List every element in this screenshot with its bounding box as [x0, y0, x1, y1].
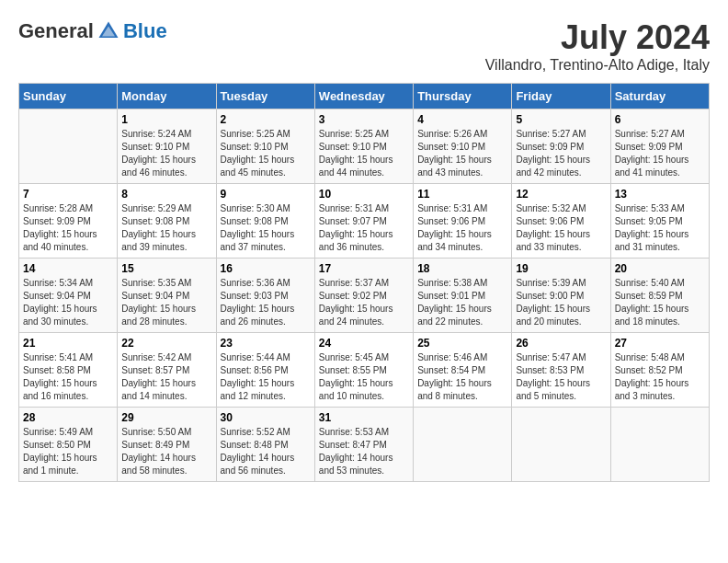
day-info: Sunrise: 5:27 AM Sunset: 9:09 PM Dayligh…	[516, 128, 606, 179]
day-info: Sunrise: 5:40 AM Sunset: 8:59 PM Dayligh…	[615, 277, 705, 328]
day-number: 13	[615, 188, 705, 201]
day-number: 21	[23, 337, 113, 350]
day-number: 28	[23, 411, 113, 424]
logo: General Blue	[18, 18, 167, 44]
day-cell: 1Sunrise: 5:24 AM Sunset: 9:10 PM Daylig…	[118, 109, 216, 184]
day-number: 4	[417, 113, 507, 126]
day-info: Sunrise: 5:25 AM Sunset: 9:10 PM Dayligh…	[319, 128, 409, 179]
day-cell: 25Sunrise: 5:46 AM Sunset: 8:54 PM Dayli…	[414, 333, 512, 408]
day-info: Sunrise: 5:27 AM Sunset: 9:09 PM Dayligh…	[615, 128, 705, 179]
day-cell: 5Sunrise: 5:27 AM Sunset: 9:09 PM Daylig…	[512, 109, 610, 184]
day-cell: 27Sunrise: 5:48 AM Sunset: 8:52 PM Dayli…	[610, 333, 709, 408]
day-info: Sunrise: 5:28 AM Sunset: 9:09 PM Dayligh…	[23, 202, 113, 254]
day-info: Sunrise: 5:38 AM Sunset: 9:01 PM Dayligh…	[417, 277, 507, 328]
day-number: 11	[417, 188, 507, 201]
day-info: Sunrise: 5:25 AM Sunset: 9:10 PM Dayligh…	[221, 128, 311, 179]
day-info: Sunrise: 5:42 AM Sunset: 8:57 PM Dayligh…	[121, 351, 211, 403]
day-cell: 3Sunrise: 5:25 AM Sunset: 9:10 PM Daylig…	[314, 109, 413, 184]
day-cell: 28Sunrise: 5:49 AM Sunset: 8:50 PM Dayli…	[19, 408, 118, 482]
day-number: 12	[516, 188, 606, 201]
logo-general-text: General	[18, 19, 94, 43]
day-number: 1	[121, 113, 211, 126]
day-cell: 7Sunrise: 5:28 AM Sunset: 9:09 PM Daylig…	[19, 184, 118, 259]
day-cell: 9Sunrise: 5:30 AM Sunset: 9:08 PM Daylig…	[216, 184, 314, 259]
header-cell-monday: Monday	[118, 84, 216, 109]
logo-icon	[96, 18, 121, 44]
logo-blue-text: Blue	[123, 19, 167, 43]
day-number: 19	[516, 262, 606, 275]
day-cell: 19Sunrise: 5:39 AM Sunset: 9:00 PM Dayli…	[512, 259, 610, 333]
day-cell: 18Sunrise: 5:38 AM Sunset: 9:01 PM Dayli…	[414, 259, 512, 333]
header-cell-sunday: Sunday	[19, 84, 118, 109]
day-cell: 31Sunrise: 5:53 AM Sunset: 8:47 PM Dayli…	[314, 408, 413, 482]
day-number: 10	[319, 188, 409, 201]
day-number: 20	[615, 262, 705, 275]
week-row-5: 28Sunrise: 5:49 AM Sunset: 8:50 PM Dayli…	[19, 408, 710, 482]
day-info: Sunrise: 5:31 AM Sunset: 9:06 PM Dayligh…	[417, 202, 507, 254]
day-cell: 26Sunrise: 5:47 AM Sunset: 8:53 PM Dayli…	[512, 333, 610, 408]
day-number: 5	[516, 113, 606, 126]
day-info: Sunrise: 5:49 AM Sunset: 8:50 PM Dayligh…	[23, 426, 113, 477]
day-number: 17	[319, 262, 409, 275]
day-number: 9	[221, 188, 311, 201]
day-info: Sunrise: 5:30 AM Sunset: 9:08 PM Dayligh…	[221, 202, 311, 254]
day-number: 22	[121, 337, 211, 350]
day-number: 31	[319, 411, 409, 424]
week-row-4: 21Sunrise: 5:41 AM Sunset: 8:58 PM Dayli…	[19, 333, 710, 408]
day-cell	[414, 408, 512, 482]
day-info: Sunrise: 5:44 AM Sunset: 8:56 PM Dayligh…	[221, 351, 311, 403]
day-number: 16	[221, 262, 311, 275]
week-row-3: 14Sunrise: 5:34 AM Sunset: 9:04 PM Dayli…	[19, 259, 710, 333]
header-row: SundayMondayTuesdayWednesdayThursdayFrid…	[19, 84, 710, 109]
day-number: 8	[121, 188, 211, 201]
day-cell: 21Sunrise: 5:41 AM Sunset: 8:58 PM Dayli…	[19, 333, 118, 408]
day-cell: 8Sunrise: 5:29 AM Sunset: 9:08 PM Daylig…	[118, 184, 216, 259]
day-info: Sunrise: 5:45 AM Sunset: 8:55 PM Dayligh…	[319, 351, 409, 403]
header-cell-tuesday: Tuesday	[216, 84, 314, 109]
day-info: Sunrise: 5:50 AM Sunset: 8:49 PM Dayligh…	[121, 426, 211, 477]
day-cell: 15Sunrise: 5:35 AM Sunset: 9:04 PM Dayli…	[118, 259, 216, 333]
day-number: 18	[417, 262, 507, 275]
day-number: 23	[221, 337, 311, 350]
header-cell-thursday: Thursday	[414, 84, 512, 109]
day-info: Sunrise: 5:29 AM Sunset: 9:08 PM Dayligh…	[121, 202, 211, 254]
day-info: Sunrise: 5:47 AM Sunset: 8:53 PM Dayligh…	[516, 351, 606, 403]
header-cell-friday: Friday	[512, 84, 610, 109]
day-info: Sunrise: 5:35 AM Sunset: 9:04 PM Dayligh…	[121, 277, 211, 328]
day-cell: 29Sunrise: 5:50 AM Sunset: 8:49 PM Dayli…	[118, 408, 216, 482]
day-number: 24	[319, 337, 409, 350]
week-row-2: 7Sunrise: 5:28 AM Sunset: 9:09 PM Daylig…	[19, 184, 710, 259]
day-info: Sunrise: 5:37 AM Sunset: 9:02 PM Dayligh…	[319, 277, 409, 328]
week-row-1: 1Sunrise: 5:24 AM Sunset: 9:10 PM Daylig…	[19, 109, 710, 184]
day-cell: 11Sunrise: 5:31 AM Sunset: 9:06 PM Dayli…	[414, 184, 512, 259]
day-cell: 13Sunrise: 5:33 AM Sunset: 9:05 PM Dayli…	[610, 184, 709, 259]
day-info: Sunrise: 5:32 AM Sunset: 9:06 PM Dayligh…	[516, 202, 606, 254]
day-cell: 16Sunrise: 5:36 AM Sunset: 9:03 PM Dayli…	[216, 259, 314, 333]
day-number: 14	[23, 262, 113, 275]
day-cell	[610, 408, 709, 482]
day-number: 6	[615, 113, 705, 126]
title-area: July 2024 Villandro, Trentino-Alto Adige…	[485, 18, 710, 74]
day-info: Sunrise: 5:41 AM Sunset: 8:58 PM Dayligh…	[23, 351, 113, 403]
day-number: 7	[23, 188, 113, 201]
day-info: Sunrise: 5:53 AM Sunset: 8:47 PM Dayligh…	[319, 426, 409, 477]
day-info: Sunrise: 5:39 AM Sunset: 9:00 PM Dayligh…	[516, 277, 606, 328]
day-number: 29	[121, 411, 211, 424]
header: General Blue July 2024 Villandro, Trenti…	[18, 18, 710, 74]
day-cell: 6Sunrise: 5:27 AM Sunset: 9:09 PM Daylig…	[610, 109, 709, 184]
day-number: 15	[121, 262, 211, 275]
day-info: Sunrise: 5:33 AM Sunset: 9:05 PM Dayligh…	[615, 202, 705, 254]
location-title: Villandro, Trentino-Alto Adige, Italy	[485, 57, 710, 74]
day-info: Sunrise: 5:24 AM Sunset: 9:10 PM Dayligh…	[121, 128, 211, 179]
day-info: Sunrise: 5:52 AM Sunset: 8:48 PM Dayligh…	[221, 426, 311, 477]
day-cell: 17Sunrise: 5:37 AM Sunset: 9:02 PM Dayli…	[314, 259, 413, 333]
day-cell	[512, 408, 610, 482]
day-cell	[19, 109, 118, 184]
day-cell: 30Sunrise: 5:52 AM Sunset: 8:48 PM Dayli…	[216, 408, 314, 482]
day-cell: 24Sunrise: 5:45 AM Sunset: 8:55 PM Dayli…	[314, 333, 413, 408]
day-number: 30	[221, 411, 311, 424]
day-cell: 10Sunrise: 5:31 AM Sunset: 9:07 PM Dayli…	[314, 184, 413, 259]
day-info: Sunrise: 5:31 AM Sunset: 9:07 PM Dayligh…	[319, 202, 409, 254]
day-info: Sunrise: 5:34 AM Sunset: 9:04 PM Dayligh…	[23, 277, 113, 328]
day-number: 25	[417, 337, 507, 350]
